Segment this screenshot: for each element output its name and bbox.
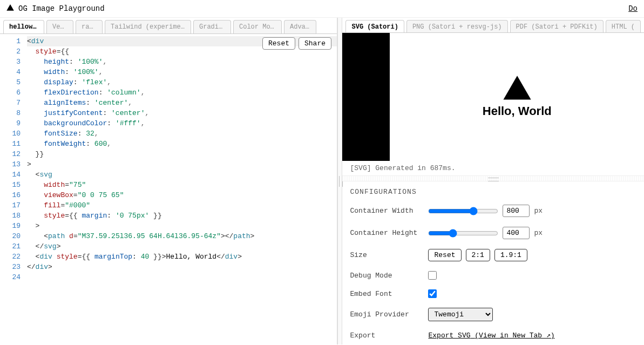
- width-input[interactable]: [503, 205, 530, 217]
- debug-label: Debug Mode: [350, 272, 428, 280]
- header: OG Image Playground Do: [0, 0, 644, 18]
- preview-hello-text: Hello, World: [483, 104, 552, 118]
- preview-tab-svg[interactable]: SVG (Satori): [345, 20, 404, 32]
- horizontal-resize-handle[interactable]: [342, 175, 644, 181]
- tab-rauch[interactable]: rauc…: [76, 20, 103, 33]
- width-slider[interactable]: [428, 207, 498, 215]
- triangle-logo-icon: [6, 4, 14, 13]
- preview-tab-pdf[interactable]: PDF (Satori + PDFKit): [510, 20, 604, 32]
- docs-link[interactable]: Do: [628, 4, 638, 13]
- vertical-resize-handle[interactable]: [337, 18, 342, 344]
- preview-tab-html[interactable]: HTML (: [606, 20, 641, 32]
- emoji-label: Emoji Provider: [350, 310, 428, 319]
- preview-tabs: SVG (Satori) PNG (Satori + resvg-js) PDF…: [342, 18, 644, 32]
- right-panel: SVG (Satori) PNG (Satori + resvg-js) PDF…: [342, 18, 644, 344]
- config-title: CONFIGURATIONS: [350, 188, 636, 196]
- size-21-button[interactable]: 2:1: [466, 249, 490, 261]
- export-label: Export: [350, 332, 428, 340]
- preview-tab-png[interactable]: PNG (Satori + resvg-js): [406, 20, 508, 32]
- code-editor[interactable]: 123456789101112131415161718192021222324 …: [0, 34, 337, 282]
- app-title: OG Image Playground: [18, 4, 105, 13]
- emoji-select[interactable]: Twemoji: [428, 308, 493, 321]
- height-slider[interactable]: [428, 229, 498, 238]
- main: hellowor… Verc… rauc… Tailwind (experime…: [0, 18, 644, 344]
- size-label: Size: [350, 251, 428, 259]
- height-label: Container Height: [350, 229, 428, 237]
- debug-checkbox[interactable]: [428, 271, 437, 280]
- size-191-button[interactable]: 1.9:1: [494, 249, 527, 261]
- tab-vercel[interactable]: Verc…: [46, 20, 73, 33]
- tab-helloworld[interactable]: hellowor…: [3, 20, 44, 33]
- editor-tabs: hellowor… Verc… rauc… Tailwind (experime…: [0, 18, 337, 33]
- tab-tailwind[interactable]: Tailwind (experiment…: [105, 20, 191, 33]
- size-reset-button[interactable]: Reset: [428, 249, 461, 261]
- preview-area: Hello, World: [342, 32, 644, 161]
- tab-gradient[interactable]: Gradien…: [193, 20, 231, 33]
- export-svg-link[interactable]: Export SVG (View in New Tab ↗): [428, 331, 554, 340]
- editor-wrap: Reset Share 1234567891011121314151617181…: [0, 33, 337, 344]
- share-button[interactable]: Share: [299, 37, 331, 50]
- status-text: [SVG] Generated in 687ms.: [342, 161, 644, 175]
- width-label: Container Width: [350, 207, 428, 215]
- preview-canvas: Hello, World: [390, 33, 644, 161]
- embed-checkbox[interactable]: [428, 289, 437, 298]
- left-panel: hellowor… Verc… rauc… Tailwind (experime…: [0, 18, 337, 344]
- line-gutter: 123456789101112131415161718192021222324: [0, 36, 27, 282]
- embed-label: Embed Font: [350, 290, 428, 298]
- tab-colormode[interactable]: Color Mode…: [233, 20, 282, 33]
- width-unit: px: [534, 207, 543, 215]
- height-input[interactable]: [503, 227, 530, 239]
- preview-letterbox: [342, 33, 390, 161]
- config-panel: CONFIGURATIONS Container Width px Contai…: [342, 181, 644, 344]
- height-unit: px: [534, 229, 543, 237]
- triangle-preview-icon: [503, 76, 531, 100]
- reset-button[interactable]: Reset: [262, 37, 295, 50]
- code-lines: <div style={{ height: '100%', width: '10…: [27, 36, 337, 282]
- tab-advanced[interactable]: Advanc…: [284, 20, 316, 33]
